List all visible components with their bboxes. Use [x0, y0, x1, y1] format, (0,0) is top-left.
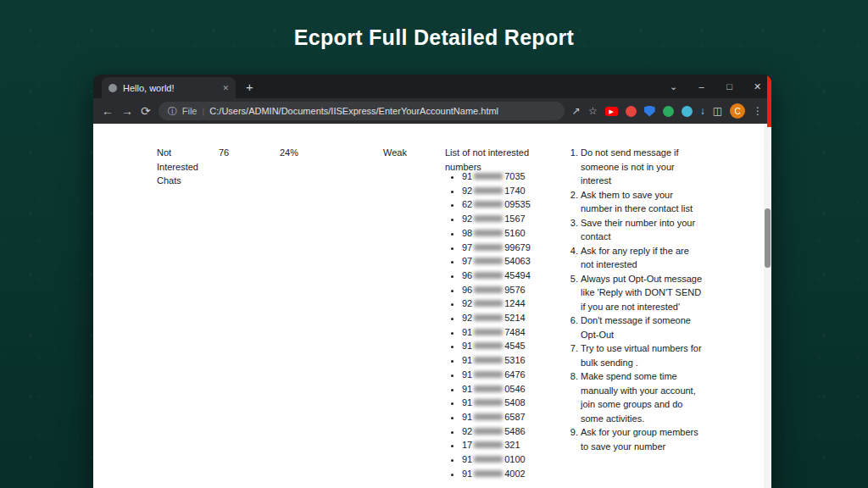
download-icon[interactable]: ↓	[700, 106, 705, 116]
phone-number-item: 925214	[462, 311, 531, 325]
phone-suffix: 0546	[504, 384, 525, 394]
strength-label: Weak	[383, 146, 407, 160]
phone-number-item: 916587	[462, 410, 531, 424]
share-icon[interactable]: ↗	[572, 106, 581, 116]
redacted-digits	[474, 371, 503, 378]
phone-suffix: 99679	[504, 242, 531, 252]
redacted-digits	[474, 357, 503, 363]
url-separator: |	[202, 106, 204, 116]
back-icon[interactable]: ←	[102, 105, 114, 117]
phone-suffix: 5486	[504, 426, 525, 436]
info-icon: ⓘ	[168, 105, 177, 118]
phone-prefix: 96	[462, 285, 472, 295]
phone-number-item: 910546	[462, 382, 531, 396]
phone-suffix: 45494	[504, 270, 531, 280]
phone-number-item: 916476	[462, 368, 531, 382]
maximize-button[interactable]: □	[715, 81, 743, 92]
phone-prefix: 91	[462, 171, 472, 181]
numbers-list: 9170359217406209535921567985160979967997…	[451, 169, 531, 480]
teal-circle-extension-icon[interactable]	[682, 106, 693, 117]
phone-suffix: 1244	[504, 298, 525, 308]
forward-icon[interactable]: →	[121, 105, 133, 117]
redacted-digits	[474, 456, 503, 463]
redacted-digits	[474, 201, 503, 208]
red-circle-extension-icon[interactable]	[626, 106, 637, 117]
report-title: Ecport Full Detailed Report	[0, 25, 868, 50]
phone-number-item: 9799679	[462, 241, 531, 255]
phone-prefix: 96	[462, 270, 472, 280]
tab-close-icon[interactable]: ✕	[222, 84, 229, 92]
desktop-background: Ecport Full Detailed Report Hello, world…	[0, 0, 868, 488]
phone-prefix: 92	[462, 426, 472, 436]
redacted-digits	[474, 399, 503, 406]
phone-suffix: 7484	[504, 327, 525, 337]
redacted-digits	[474, 441, 503, 448]
redacted-digits	[474, 314, 503, 321]
tab-favicon-icon	[108, 84, 117, 92]
url-text: C:/Users/ADMIN/Documents/IISExpress/Ente…	[209, 106, 498, 116]
browser-toolbar: ← → ⟳ ⓘ File | C:/Users/ADMIN/Documents/…	[93, 98, 771, 124]
tab-title: Hello, world!	[123, 83, 216, 93]
tip-item: Do not send message if someone is not in…	[581, 146, 704, 188]
phone-suffix: 9576	[504, 285, 525, 295]
green-circle-extension-icon[interactable]	[663, 106, 674, 117]
redacted-digits	[474, 329, 503, 336]
phone-suffix: 7035	[504, 171, 525, 181]
red-edge-strip	[767, 75, 771, 127]
phone-suffix: 4002	[504, 469, 525, 479]
phone-number-item: 917035	[462, 169, 531, 184]
phone-number-item: 969576	[462, 283, 531, 297]
browser-window: Hello, world! ✕ + ⌄ – □ ✕ ← → ⟳ ⓘ File |…	[93, 75, 771, 488]
minimize-button[interactable]: –	[687, 81, 715, 92]
profile-avatar[interactable]: C	[730, 103, 745, 119]
phone-number-item: 9754063	[462, 254, 531, 269]
blue-shield-extension-icon[interactable]	[644, 106, 655, 117]
bookmark-star-icon[interactable]: ☆	[588, 106, 598, 116]
window-controls: ⌄ – □ ✕	[659, 75, 771, 98]
tip-item: Always put Opt-Out message like 'Reply w…	[581, 272, 704, 314]
phone-suffix: 6587	[504, 412, 525, 422]
redacted-digits	[474, 286, 503, 293]
tip-item: Make spend some time manually with your …	[581, 369, 704, 425]
phone-number-item: 914545	[462, 339, 531, 353]
side-panel-icon[interactable]: ◫	[713, 106, 722, 116]
phone-prefix: 91	[462, 397, 472, 408]
browser-tab[interactable]: Hello, world! ✕	[102, 77, 236, 98]
phone-prefix: 92	[462, 298, 472, 308]
tip-item: Ask for your group members to save your …	[581, 425, 704, 453]
reload-icon[interactable]: ⟳	[141, 105, 151, 117]
redacted-digits	[474, 413, 503, 420]
menu-kebab-icon[interactable]: ⋮	[753, 106, 763, 116]
play-glyph-icon: ▶	[609, 108, 613, 114]
youtube-extension-icon[interactable]: ▶	[605, 107, 618, 116]
phone-number-item: 925486	[462, 424, 531, 439]
phone-suffix: 5316	[504, 355, 525, 365]
phone-prefix: 92	[462, 214, 472, 224]
phone-prefix: 92	[462, 313, 472, 323]
phone-prefix: 91	[462, 369, 472, 380]
redacted-digits	[474, 342, 503, 349]
tab-search-chevron-icon[interactable]: ⌄	[659, 81, 687, 92]
scrollbar-thumb[interactable]	[765, 208, 771, 268]
phone-number-item: 921740	[462, 184, 531, 198]
tab-bar: Hello, world! ✕ + ⌄ – □ ✕	[93, 75, 771, 98]
phone-prefix: 62	[462, 199, 472, 209]
phone-number-item: 910100	[462, 452, 531, 467]
redacted-digits	[474, 272, 503, 279]
phone-prefix: 92	[462, 186, 472, 196]
chat-count: 76	[219, 146, 229, 160]
phone-prefix: 17	[462, 440, 472, 450]
phone-suffix: 1740	[504, 186, 525, 196]
phone-suffix: 321	[504, 440, 520, 450]
redacted-digits	[474, 173, 503, 180]
tip-item: Save their number into your contact	[581, 216, 704, 244]
page-scrollbar[interactable]	[764, 124, 771, 488]
address-bar[interactable]: ⓘ File | C:/Users/ADMIN/Documents/IISExp…	[159, 102, 565, 120]
phone-prefix: 91	[462, 355, 472, 365]
new-tab-button[interactable]: +	[246, 80, 253, 93]
phone-prefix: 91	[462, 469, 472, 479]
phone-suffix: 6476	[504, 369, 525, 380]
report-page: Not Interested Chats 76 24% Weak List of…	[93, 124, 771, 488]
phone-prefix: 97	[462, 256, 472, 266]
phone-suffix: 5214	[504, 313, 525, 323]
